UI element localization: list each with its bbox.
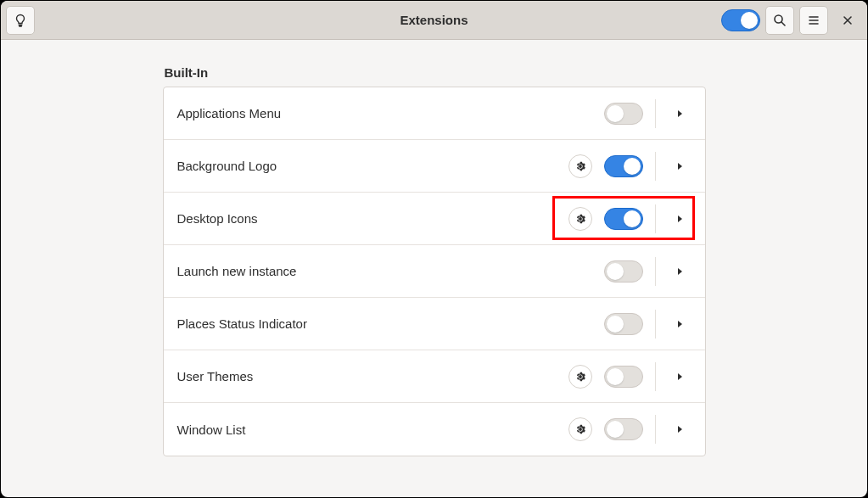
chevron-right-icon <box>675 372 684 381</box>
about-button[interactable] <box>6 6 35 35</box>
expand-button[interactable] <box>668 267 692 276</box>
section-title: Built-In <box>163 65 706 80</box>
expand-button[interactable] <box>668 320 692 328</box>
extension-list: Applications MenuBackground LogoDesktop … <box>163 87 706 456</box>
extension-toggle[interactable] <box>604 418 643 440</box>
extension-settings-button[interactable] <box>568 207 592 231</box>
expand-button[interactable] <box>668 425 692 434</box>
extension-name: Launch new instance <box>177 264 604 278</box>
extension-settings-button[interactable] <box>568 154 592 178</box>
extension-name: Background Logo <box>177 159 568 173</box>
extension-settings-button[interactable] <box>568 417 592 441</box>
gear-icon <box>574 423 586 435</box>
close-button[interactable] <box>833 6 862 35</box>
header-bar: Extensions <box>1 1 867 40</box>
extension-toggle[interactable] <box>604 155 643 177</box>
gear-icon <box>574 213 586 225</box>
extension-row: User Themes <box>164 350 705 403</box>
extension-row: Window List <box>164 403 705 456</box>
content-area: Built-In Applications MenuBackground Log… <box>1 40 867 497</box>
chevron-right-icon <box>675 109 684 118</box>
chevron-right-icon <box>675 425 684 434</box>
chevron-right-icon <box>675 162 684 171</box>
extension-name: User Themes <box>177 369 568 383</box>
menu-button[interactable] <box>799 6 828 35</box>
expand-button[interactable] <box>668 372 692 381</box>
global-extensions-toggle[interactable] <box>721 9 760 31</box>
extension-settings-button[interactable] <box>568 365 592 389</box>
extension-toggle[interactable] <box>604 103 643 125</box>
extension-row: Launch new instance <box>164 245 705 298</box>
close-icon <box>841 14 854 27</box>
lightbulb-icon <box>14 14 27 27</box>
expand-button[interactable] <box>668 109 692 118</box>
extension-name: Places Status Indicator <box>177 316 604 331</box>
search-icon <box>773 14 787 27</box>
extension-toggle[interactable] <box>604 313 643 335</box>
extension-row: Desktop Icons <box>164 193 705 245</box>
extension-name: Applications Menu <box>177 106 604 120</box>
hamburger-icon <box>807 14 820 27</box>
chevron-right-icon <box>675 215 684 223</box>
expand-button[interactable] <box>668 215 692 223</box>
extension-name: Window List <box>177 422 568 437</box>
extension-row: Background Logo <box>164 140 705 193</box>
extension-toggle[interactable] <box>604 366 643 388</box>
extension-toggle[interactable] <box>604 208 643 230</box>
search-button[interactable] <box>765 6 794 35</box>
extension-row: Places Status Indicator <box>164 298 705 350</box>
gear-icon <box>574 371 586 383</box>
extension-row: Applications Menu <box>164 87 705 140</box>
chevron-right-icon <box>675 320 684 328</box>
gear-icon <box>574 160 586 172</box>
extensions-window: Extensions Built-In Applications MenuBac… <box>1 1 867 497</box>
extension-toggle[interactable] <box>604 260 643 283</box>
expand-button[interactable] <box>668 162 692 171</box>
extension-name: Desktop Icons <box>177 211 568 226</box>
chevron-right-icon <box>675 267 684 276</box>
